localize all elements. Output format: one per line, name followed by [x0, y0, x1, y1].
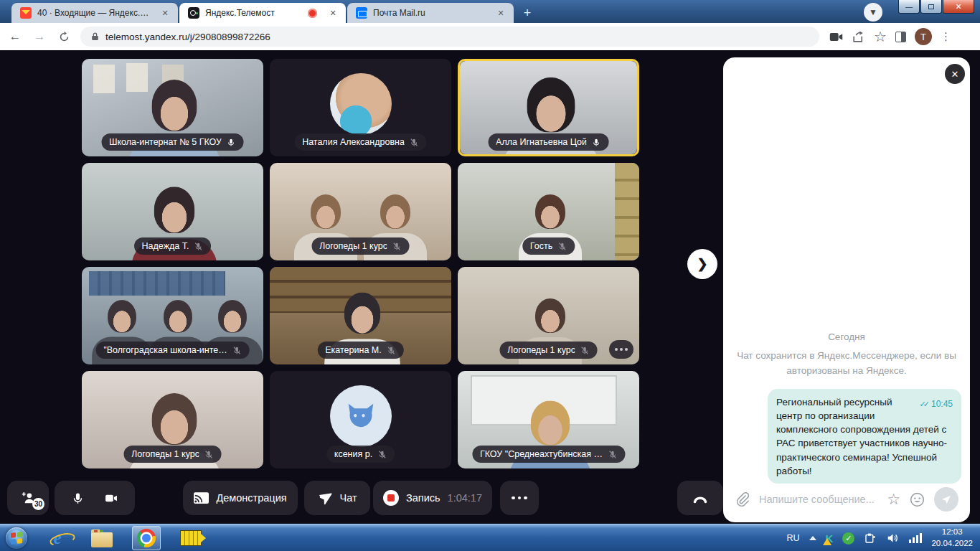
more-options-button[interactable] — [500, 481, 539, 515]
participant-tile[interactable]: Школа-интернат № 5 ГКОУ — [82, 59, 263, 156]
browser-navbar: ← → telemost.yandex.ru/j/29080899872266 … — [0, 23, 980, 50]
chat-notice: Чат сохранится в Яндекс.Мессенджере, есл… — [733, 349, 960, 379]
show-hidden-icons-arrow[interactable] — [809, 536, 816, 540]
browser-menu-icon[interactable]: ⋮ — [941, 35, 948, 38]
participant-name-pill: Гость — [522, 237, 575, 255]
folder-icon — [91, 532, 113, 547]
tab-close-icon[interactable]: ✕ — [159, 7, 171, 19]
window-minimize-button[interactable]: — — [898, 0, 920, 14]
chrome-icon — [137, 529, 156, 547]
chat-input-row: ☆ — [730, 484, 963, 515]
mic-muted-icon — [204, 450, 214, 459]
clock-date: 20.04.2022 — [931, 538, 973, 550]
mic-camera-group — [55, 481, 135, 515]
next-participants-button[interactable]: ❯ — [687, 249, 717, 279]
tab-search-chevron-icon[interactable]: ▼ — [864, 3, 882, 22]
read-checkmarks-icon: ✓✓ — [920, 400, 927, 408]
start-button[interactable] — [6, 527, 27, 549]
taskbar-internet-explorer[interactable]: e — [43, 526, 72, 550]
participant-tile[interactable]: "Волгоградская школа-инте… — [82, 267, 263, 364]
video-grid: Школа-интернат № 5 ГКОУ Наталия Александ… — [82, 59, 639, 468]
participant-tile[interactable]: Алла Игнатьевна Цой — [458, 59, 639, 156]
chat-message-input[interactable] — [759, 494, 878, 505]
window-maximize-button[interactable] — [920, 0, 942, 14]
mic-muted-icon — [410, 138, 419, 147]
new-tab-button[interactable]: + — [518, 4, 537, 22]
screen-share-icon — [194, 492, 209, 504]
participant-name-pill: Наталия Александровна — [294, 133, 427, 151]
participant-name-pill: Логопеды 1 курс — [311, 237, 410, 255]
mic-muted-icon — [377, 450, 387, 459]
attach-icon[interactable] — [735, 491, 750, 507]
window-close-button[interactable]: ✕ — [943, 0, 974, 14]
screen: 40 · Входящие — Яндекс.Почта ✕ Яндекс.Те… — [0, 0, 980, 551]
participant-name-label: ГКОУ "Среднеахтубинская … — [480, 449, 603, 459]
video-recorder-icon — [180, 530, 202, 546]
antivirus-warning-icon[interactable]: K — [826, 532, 834, 545]
present-button[interactable]: Демонстрация — [183, 481, 298, 515]
url-text: telemost.yandex.ru/j/29080899872266 — [105, 32, 270, 42]
bookmark-star-icon[interactable]: ☆ — [874, 29, 887, 44]
microphone-button[interactable] — [71, 491, 85, 505]
tab-close-icon[interactable]: ✕ — [495, 7, 507, 19]
end-call-button[interactable] — [677, 481, 723, 515]
share-icon[interactable] — [852, 30, 865, 44]
participant-name-pill: Логопеды 1 курс — [123, 446, 222, 463]
participant-tile[interactable]: Логопеды 1 курс — [270, 163, 451, 260]
participant-name-pill: Екатерина М. — [317, 342, 403, 359]
mic-muted-icon — [194, 242, 203, 251]
tile-more-button[interactable] — [609, 340, 633, 359]
participant-name-pill: Надежда Т. — [134, 237, 212, 255]
chat-button[interactable]: Чат — [304, 481, 370, 515]
telemost-favicon — [188, 7, 199, 19]
participant-tile[interactable]: ГКОУ "Среднеахтубинская … — [458, 371, 639, 468]
present-label: Демонстрация — [216, 492, 286, 504]
removable-device-icon[interactable] — [864, 532, 877, 545]
back-icon[interactable]: ← — [6, 27, 24, 46]
taskbar-clock[interactable]: 12:03 20.04.2022 — [931, 527, 973, 549]
tab-telemost[interactable]: Яндекс.Телемост ✕ — [179, 3, 346, 23]
taskbar-file-explorer[interactable] — [88, 526, 116, 550]
participant-tile[interactable]: Гость — [458, 163, 639, 260]
send-plane-icon — [317, 491, 332, 506]
participant-name-pill: ксения р. — [326, 446, 395, 463]
chat-panel: ✕ Сегодня Чат сохранится в Яндекс.Мессен… — [723, 57, 970, 522]
participant-tile[interactable]: Екатерина М. — [270, 267, 451, 364]
send-message-button[interactable] — [934, 487, 958, 512]
chat-close-button[interactable]: ✕ — [945, 64, 965, 84]
mic-muted-icon — [392, 242, 402, 251]
record-timer: 1:04:17 — [448, 492, 482, 504]
favorites-star-icon[interactable]: ☆ — [887, 491, 900, 508]
forward-icon[interactable]: → — [30, 27, 49, 46]
status-ok-icon[interactable]: ✓ — [842, 532, 854, 545]
volume-icon[interactable] — [886, 532, 900, 545]
side-panel-icon[interactable] — [895, 32, 906, 42]
participant-tile[interactable]: ксения р. — [270, 371, 451, 468]
tab-mailru[interactable]: Почта Mail.ru ✕ — [347, 3, 514, 23]
camera-in-use-icon[interactable] — [829, 32, 843, 42]
participants-button[interactable]: 30 — [7, 481, 49, 515]
tab-close-icon[interactable]: ✕ — [327, 7, 339, 19]
profile-avatar[interactable]: T — [915, 28, 932, 45]
participant-tile[interactable]: Наталия Александровна — [270, 59, 451, 156]
taskbar-screen-recorder[interactable] — [176, 526, 205, 550]
tab-yandex-mail[interactable]: 40 · Входящие — Яндекс.Почта ✕ — [11, 3, 178, 23]
tab-recording-indicator — [308, 9, 317, 18]
taskbar-chrome[interactable] — [132, 526, 161, 550]
participant-name-label: Логопеды 1 курс — [131, 449, 199, 459]
language-indicator[interactable]: RU — [787, 533, 800, 543]
participant-tile[interactable]: Логопеды 1 курс — [82, 371, 263, 468]
participant-tile[interactable]: Логопеды 1 курс — [458, 267, 639, 364]
refresh-icon[interactable] — [55, 27, 73, 46]
network-signal-icon[interactable] — [909, 533, 922, 543]
system-tray: RU K ✓ 12:03 20.04.2022 — [787, 524, 976, 551]
participant-tile[interactable]: Надежда Т. — [82, 163, 263, 260]
participant-name-pill: Школа-интернат № 5 ГКОУ — [101, 133, 244, 151]
participant-name-label: Логопеды 1 курс — [319, 241, 387, 251]
camera-button[interactable] — [103, 491, 119, 505]
address-bar[interactable]: telemost.yandex.ru/j/29080899872266 — [80, 27, 819, 47]
emoji-icon[interactable] — [909, 491, 925, 508]
browser-titlebar: 40 · Входящие — Яндекс.Почта ✕ Яндекс.Те… — [0, 0, 980, 23]
record-button[interactable]: Запись 1:04:17 — [373, 481, 492, 515]
tab-title: 40 · Входящие — Яндекс.Почта — [37, 8, 154, 18]
